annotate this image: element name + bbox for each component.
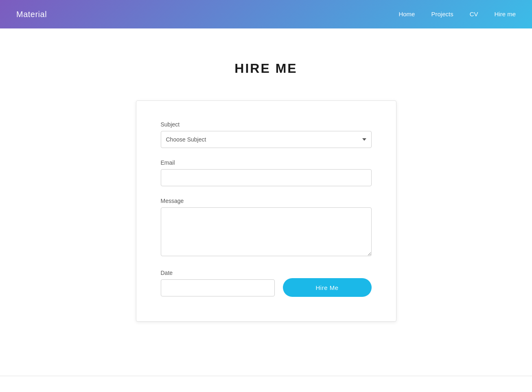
main-content: HIRE ME Subject Choose Subject Project J… [0, 28, 532, 376]
hire-me-button[interactable]: Hire Me [283, 278, 372, 297]
subject-label: Subject [161, 121, 372, 128]
nav-item-projects[interactable]: Projects [431, 11, 453, 18]
nav-item-cv[interactable]: CV [470, 11, 478, 18]
hire-form: Subject Choose Subject Project Job Offer… [161, 121, 372, 297]
subject-group: Subject Choose Subject Project Job Offer… [161, 121, 372, 148]
navbar-links: Home Projects CV Hire me [398, 11, 516, 18]
email-group: Email [161, 159, 372, 186]
date-input[interactable] [161, 279, 275, 296]
navbar: Material Home Projects CV Hire me [0, 0, 532, 28]
nav-link-hireme[interactable]: Hire me [494, 11, 516, 17]
message-label: Message [161, 198, 372, 204]
nav-link-cv[interactable]: CV [470, 11, 478, 17]
date-group: Date [161, 270, 275, 296]
message-textarea[interactable] [161, 207, 372, 256]
nav-link-projects[interactable]: Projects [431, 11, 453, 17]
navbar-brand[interactable]: Material [16, 10, 47, 19]
email-label: Email [161, 159, 372, 166]
date-label: Date [161, 270, 275, 276]
nav-item-home[interactable]: Home [398, 11, 415, 18]
subject-select[interactable]: Choose Subject Project Job Offer Other [161, 131, 372, 148]
message-group: Message [161, 198, 372, 258]
page-title: HIRE ME [234, 61, 297, 76]
form-bottom-row: Date Hire Me [161, 269, 372, 297]
nav-link-home[interactable]: Home [398, 11, 415, 17]
form-card: Subject Choose Subject Project Job Offer… [136, 100, 396, 322]
nav-item-hireme[interactable]: Hire me [494, 11, 516, 18]
footer [0, 376, 532, 392]
email-input[interactable] [161, 169, 372, 186]
